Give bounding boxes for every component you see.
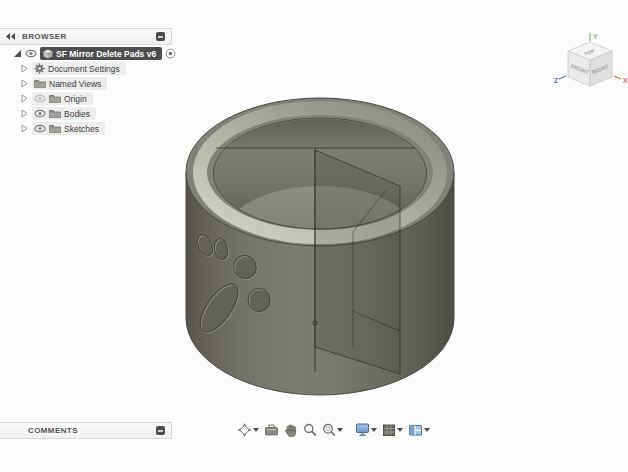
tree-item-named-views[interactable]: Named Views [32, 77, 107, 90]
magnifier-window-icon [322, 423, 336, 437]
folder-icon [49, 94, 61, 103]
look-at-icon [264, 423, 279, 437]
collapse-panel-icon[interactable] [6, 33, 15, 40]
z-axis-line [559, 76, 566, 79]
tree-row-origin: Origin [0, 91, 190, 106]
grid-icon [382, 423, 396, 437]
comments-panel-header[interactable]: COMMENTS [0, 422, 172, 439]
tree-row-named-views: Named Views [0, 76, 190, 91]
tree-item-label: Bodies [64, 109, 90, 119]
tree-row-root: SF Mirror Delete Pads v6 [0, 46, 190, 61]
pan-button[interactable] [284, 423, 298, 437]
expand-arrow-icon[interactable] [20, 109, 29, 118]
dropdown-caret-icon[interactable] [253, 428, 259, 432]
dropdown-caret-icon[interactable] [397, 428, 403, 432]
visibility-eye-icon[interactable] [34, 124, 46, 133]
dropdown-caret-icon[interactable] [371, 428, 377, 432]
tree-item-root[interactable]: SF Mirror Delete Pads v6 [40, 47, 162, 60]
section-plane[interactable] [315, 150, 400, 374]
expand-arrow-icon[interactable] [20, 94, 29, 103]
tree-item-label: SF Mirror Delete Pads v6 [56, 49, 156, 59]
browser-tree: SF Mirror Delete Pads v6 Document Settin… [0, 46, 190, 136]
display-settings-button[interactable] [355, 422, 377, 437]
folder-icon [49, 124, 61, 133]
look-at-button[interactable] [264, 423, 279, 437]
panel-dock-icon[interactable] [156, 32, 165, 41]
visibility-eye-icon[interactable] [25, 49, 37, 58]
tree-item-bodies[interactable]: Bodies [32, 107, 96, 120]
visibility-eye-faded-icon[interactable] [34, 94, 46, 103]
tree-item-label: Sketches [64, 124, 99, 134]
x-axis-label: X [623, 77, 628, 84]
browser-panel-header[interactable]: BROWSER [0, 28, 172, 45]
browser-panel-title: BROWSER [22, 32, 67, 41]
expand-collapse-icon[interactable] [13, 49, 22, 58]
expand-arrow-icon[interactable] [20, 64, 29, 73]
viewcube[interactable]: Y X Z TOP FRONT RIGHT [552, 28, 628, 92]
dropdown-caret-icon[interactable] [424, 428, 430, 432]
tree-item-label: Document Settings [48, 64, 120, 74]
tree-item-sketches[interactable]: Sketches [32, 122, 105, 135]
z-axis-label: Z [554, 77, 559, 84]
folder-icon [34, 79, 46, 88]
dropdown-caret-icon[interactable] [337, 428, 343, 432]
gear-icon [34, 63, 45, 74]
magnifier-icon [303, 423, 317, 437]
tree-row-sketches: Sketches [0, 121, 190, 136]
tree-item-document-settings[interactable]: Document Settings [32, 62, 126, 75]
pan-hand-icon [284, 423, 298, 437]
expand-arrow-icon[interactable] [20, 124, 29, 133]
panel-dock-icon[interactable] [156, 426, 165, 435]
viewports-button[interactable] [408, 423, 430, 437]
y-axis-label: Y [593, 33, 598, 40]
orbit-button[interactable] [237, 423, 259, 437]
tree-item-label: Origin [64, 94, 87, 104]
tree-item-origin[interactable]: Origin [32, 92, 93, 105]
orbit-icon [237, 423, 252, 437]
zoom-window-fit-button[interactable] [322, 423, 343, 437]
expand-arrow-icon[interactable] [20, 79, 29, 88]
zoom-button[interactable] [303, 423, 317, 437]
x-axis-line [614, 76, 621, 79]
tree-item-label: Named Views [49, 79, 101, 89]
component-cube-icon [43, 49, 53, 59]
tree-row-bodies: Bodies [0, 106, 190, 121]
visibility-eye-icon[interactable] [34, 109, 46, 118]
display-monitor-icon [355, 422, 370, 437]
comments-panel-title: COMMENTS [28, 426, 78, 435]
navigation-toolbar [237, 421, 430, 438]
activate-component-radio-icon[interactable] [165, 48, 176, 59]
grid-and-snaps-button[interactable] [382, 423, 403, 437]
folder-icon [49, 109, 61, 118]
viewports-icon [408, 423, 423, 437]
tree-row-document-settings: Document Settings [0, 61, 190, 76]
